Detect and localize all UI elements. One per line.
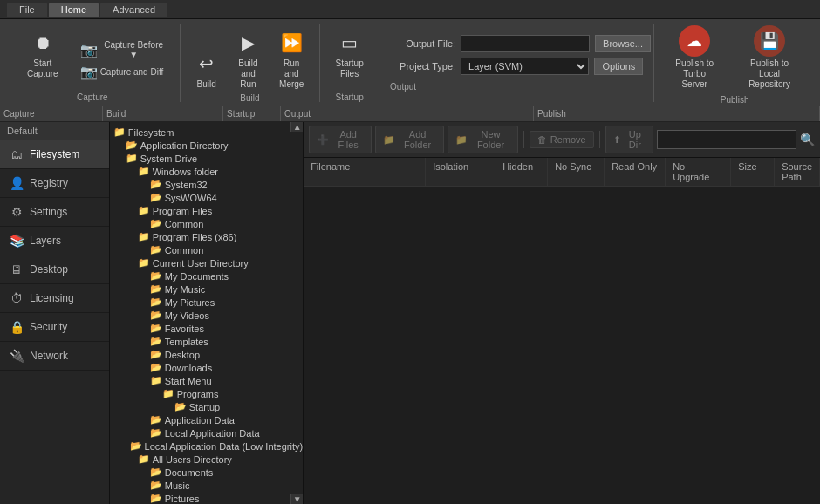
capture-and-diff-button[interactable]: 📷 Capture and Diff [77,62,171,81]
col-hidden: Hidden [495,158,548,186]
add-files-button[interactable]: ➕ Add Files [309,126,372,153]
tree-item-label: Documents [165,467,214,478]
sidebar-item-layers[interactable]: 📚 Layers [0,227,109,255]
file-tree-scroll[interactable]: 📁Filesystem📂Application Directory📁System… [110,122,303,504]
toolbar-separator [523,131,524,148]
filesystem-icon: 🗂 [9,147,24,161]
capture-before-button[interactable]: 📷 Capture Before ▼ [77,39,171,60]
remove-label: Remove [550,134,586,145]
tree-item[interactable]: 📂Pictures [110,492,303,504]
build-button[interactable]: ↩ Build [189,48,224,92]
col-isolation: Isolation [426,158,495,186]
tree-item[interactable]: 📂My Music [110,283,303,296]
scroll-up-arrow[interactable]: ▲ [290,122,303,132]
output-file-label: Output File: [390,38,455,49]
publish-local-button[interactable]: 💾 Publish to LocalRepository [733,22,806,93]
tree-item-label: Filesystem [128,127,174,138]
sidebar-item-licensing[interactable]: ⏱ Licensing [0,284,109,313]
run-and-merge-button[interactable]: ⏩ Run andMerge [272,27,311,92]
tree-item[interactable]: 📂Music [110,479,303,492]
tree-item[interactable]: 📂Common [110,217,303,230]
network-label: Network [30,350,68,362]
tree-item[interactable]: 📂Documents [110,466,303,479]
tab-home[interactable]: Home [49,3,99,17]
tree-folder-icon: 📂 [150,192,162,203]
build-run-label: Buildand Run [233,58,264,90]
sidebar: Default 🗂 Filesystem 👤 Registry ⚙ Settin… [0,122,110,504]
tree-item[interactable]: 📁Programs [110,387,303,400]
tree-item[interactable]: 📂Application Data [110,413,303,426]
sidebar-item-registry[interactable]: 👤 Registry [0,169,109,198]
scroll-down-arrow[interactable]: ▼ [290,494,303,504]
output-file-input[interactable] [461,35,590,52]
rlb-startup: Startup [223,106,281,121]
tree-folder-icon: 📂 [150,283,162,295]
tree-item[interactable]: 📂Downloads [110,361,303,374]
tree-item[interactable]: 📁Current User Directory [110,256,303,269]
tree-item[interactable]: 📂SysWOW64 [110,191,303,204]
main-layout: Default 🗂 Filesystem 👤 Registry ⚙ Settin… [0,122,820,504]
search-icon[interactable]: 🔍 [800,133,815,146]
up-dir-button[interactable]: ⬆ Up Dir [605,126,653,153]
tree-item[interactable]: 📁Program Files (x86) [110,230,303,243]
tree-item[interactable]: 📂Startup [110,400,303,413]
tree-item[interactable]: 📂My Documents [110,269,303,283]
publish-group-label: Publish [663,95,806,105]
run-merge-icon: ⏩ [277,29,305,57]
col-size: Size [731,158,775,186]
add-folder-button[interactable]: 📁 Add Folder [375,126,444,153]
tree-item[interactable]: 📁System Drive [110,152,303,165]
sidebar-item-security[interactable]: 🔒 Security [0,313,109,342]
capture-buttons: ⏺ Start Capture 📷 Capture Before ▼ 📷 Cap… [14,24,171,81]
sidebar-item-settings[interactable]: ⚙ Settings [0,198,109,227]
tree-folder-icon: 📂 [150,323,162,334]
project-type-label: Project Type: [390,61,455,72]
table-header: Filename Isolation Hidden No Sync Read O… [304,158,820,187]
tree-item[interactable]: 📂My Videos [110,309,303,322]
tree-item[interactable]: 📂Common [110,243,303,256]
tree-item[interactable]: 📂Templates [110,335,303,348]
publish-local-label: Publish to LocalRepository [740,58,799,90]
tree-item[interactable]: 📂System32 [110,178,303,191]
sidebar-item-desktop[interactable]: 🖥 Desktop [0,255,109,284]
tree-item[interactable]: 📂Desktop [110,348,303,361]
publish-local-icon: 💾 [754,25,785,57]
sidebar-item-network[interactable]: 🔌 Network [0,342,109,371]
tree-item[interactable]: 📁All Users Directory [110,453,303,466]
add-folder-icon: 📁 [383,134,395,146]
tree-item[interactable]: 📁Program Files [110,204,303,217]
browse-button[interactable]: Browse... [595,35,651,52]
search-input[interactable] [657,130,796,149]
tab-advanced[interactable]: Advanced [100,3,167,17]
rlb-output: Output [281,106,534,121]
tree-item[interactable]: 📂Local Application Data (Low Integrity) [110,439,303,453]
tree-item[interactable]: 📁Filesystem [110,126,303,139]
tree-folder-icon: 📂 [150,493,162,504]
tree-item[interactable]: 📂My Pictures [110,296,303,309]
tree-item-label: Local Application Data [165,428,260,439]
sidebar-item-filesystem[interactable]: 🗂 Filesystem [0,140,109,169]
tree-item[interactable]: 📂Favorites [110,322,303,335]
startup-files-button[interactable]: ▭ StartupFiles [331,27,366,81]
options-button[interactable]: Options [594,58,643,75]
capture-group-label: Capture [77,92,108,102]
project-type-row: Project Type: Layer (SVM) Options [390,58,643,75]
tree-item[interactable]: 📁Start Menu [110,374,303,387]
tree-item[interactable]: 📂Application Directory [110,139,303,152]
remove-button[interactable]: 🗑 Remove [530,131,594,148]
publish-buttons: ☁ Publish toTurbo Server 💾 Publish to Lo… [663,22,806,93]
start-capture-button[interactable]: ⏺ Start Capture [14,27,72,81]
new-folder-button[interactable]: 📁 New Folder [448,126,518,153]
project-type-select[interactable]: Layer (SVM) [461,58,589,75]
build-icon: ↩ [193,50,221,78]
tree-item-label: Desktop [165,350,200,360]
tree-item[interactable]: 📂Local Application Data [110,426,303,439]
capture-before-label: Capture Before ▼ [100,40,167,59]
tree-folder-icon: 📁 [162,388,174,399]
build-and-run-button[interactable]: ▶ Buildand Run [229,27,268,92]
publish-turbo-button[interactable]: ☁ Publish toTurbo Server [663,22,726,93]
tree-item[interactable]: 📁Windows folder [110,165,303,178]
output-file-row: Output File: Browse... [390,35,643,52]
startup-files-icon: ▭ [336,29,364,57]
tab-file[interactable]: File [7,3,47,17]
